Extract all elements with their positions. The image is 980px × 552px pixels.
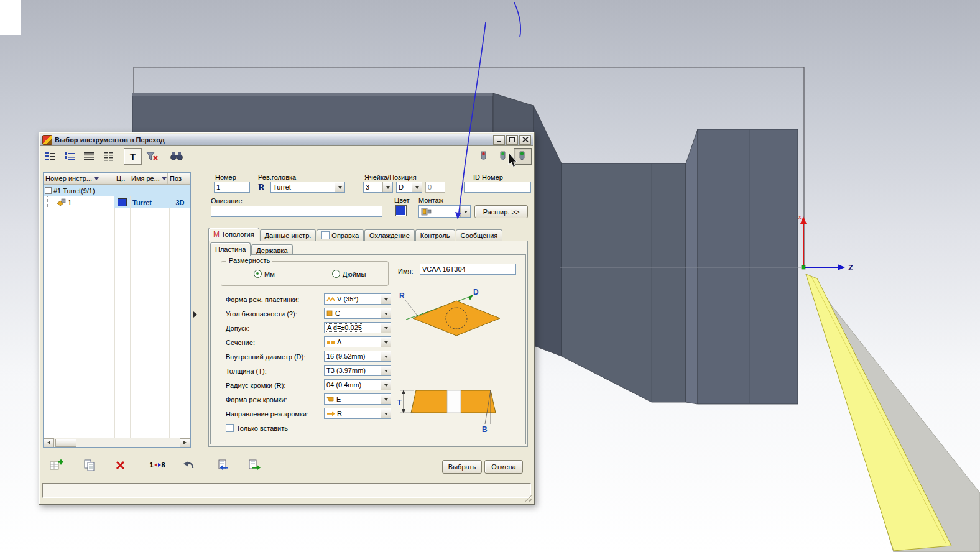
filter-icon[interactable] bbox=[162, 177, 167, 180]
tab-label: Державка bbox=[256, 247, 287, 254]
diagram-d-label: D bbox=[473, 288, 479, 297]
only-insert-box-icon[interactable] bbox=[226, 424, 234, 432]
filter-icon[interactable] bbox=[94, 177, 99, 180]
column-header-number[interactable]: Номер инстр... bbox=[44, 173, 114, 184]
panel-expand-arrow[interactable] bbox=[193, 311, 197, 318]
clearance-angle-select[interactable]: C bbox=[324, 308, 391, 319]
tool-row[interactable]: 1 Turret 3D bbox=[44, 196, 190, 208]
export-tool-button[interactable] bbox=[246, 457, 264, 473]
scroll-left-button[interactable] bbox=[44, 438, 54, 448]
description-field[interactable] bbox=[211, 206, 382, 217]
dropdown-arrow-icon[interactable] bbox=[335, 182, 344, 192]
subtab-insert[interactable]: Пластина bbox=[210, 242, 251, 256]
collapse-icon[interactable] bbox=[45, 187, 52, 194]
dialog-titlebar[interactable]: Выбор инструментов в Переход bbox=[40, 134, 533, 146]
column-header-name[interactable]: Имя ре... bbox=[129, 173, 168, 184]
tool-type-1-button[interactable] bbox=[475, 148, 493, 165]
tolerance-select[interactable]: A d=±0.025 bbox=[324, 322, 391, 333]
horizontal-scrollbar[interactable] bbox=[44, 438, 190, 447]
id-number-field[interactable] bbox=[464, 182, 531, 193]
text-mode-button[interactable]: T bbox=[124, 148, 142, 165]
tab-coolant[interactable]: Охлаждение bbox=[364, 229, 415, 241]
cell-select[interactable]: 3 bbox=[363, 182, 393, 193]
dropdown-arrow-icon[interactable] bbox=[381, 323, 391, 333]
thickness-label: Толщина (Т): bbox=[226, 367, 267, 375]
undo-button[interactable] bbox=[180, 457, 198, 473]
corner-radius-select[interactable]: 04 (0.4mm) bbox=[324, 379, 391, 390]
radio-inches-icon[interactable] bbox=[332, 270, 340, 278]
add-tool-button[interactable] bbox=[48, 457, 67, 473]
insert-diagram: R D T B bbox=[397, 280, 525, 435]
tab-tool-data[interactable]: Данные инстр. bbox=[260, 229, 317, 241]
section-icon bbox=[326, 339, 335, 344]
shape-select[interactable]: V (35°) bbox=[324, 293, 391, 305]
import-tool-button[interactable] bbox=[215, 457, 233, 473]
rev-head-select[interactable]: Turret bbox=[270, 182, 345, 193]
view-compact-button[interactable] bbox=[99, 148, 118, 165]
tab-label: Охлаждение bbox=[369, 232, 410, 239]
dropdown-arrow-icon[interactable] bbox=[381, 308, 391, 318]
tab-messages[interactable]: Сообщения bbox=[456, 229, 503, 241]
tab-label: Топология bbox=[221, 231, 254, 238]
list-view-icon bbox=[45, 151, 57, 161]
insert-name-field[interactable]: VCAA 16T304 bbox=[420, 264, 516, 275]
edge-direction-select[interactable]: R bbox=[324, 408, 391, 419]
thickness-select[interactable]: T3 (3.97mm) bbox=[324, 365, 391, 376]
edge-shape-select[interactable]: E bbox=[324, 393, 391, 405]
add-tool-icon bbox=[50, 459, 65, 471]
mount-select[interactable] bbox=[418, 205, 471, 218]
tab-control[interactable]: Контроль bbox=[415, 229, 455, 241]
cross-section-select[interactable]: A bbox=[324, 336, 391, 347]
dropdown-arrow-icon[interactable] bbox=[381, 351, 391, 361]
radio-inches[interactable]: Дюймы bbox=[332, 270, 366, 278]
search-button[interactable] bbox=[167, 148, 185, 165]
dropdown-arrow-icon[interactable] bbox=[381, 394, 391, 404]
view-details-button[interactable] bbox=[80, 148, 98, 165]
tool-type-2-button[interactable] bbox=[494, 148, 512, 165]
dropdown-arrow-icon[interactable] bbox=[381, 366, 391, 375]
column-label: Номер инстр... bbox=[45, 175, 92, 182]
radio-mm[interactable]: Мм bbox=[254, 270, 275, 278]
scroll-right-button[interactable] bbox=[180, 438, 190, 448]
tool-type-3-button[interactable] bbox=[514, 148, 532, 165]
dropdown-arrow-icon[interactable] bbox=[460, 206, 470, 217]
restore-button[interactable] bbox=[506, 135, 518, 145]
expand-more-button[interactable]: Расшир. >> bbox=[474, 205, 528, 218]
tool-group-row[interactable]: #1 Turret(9/1) bbox=[44, 185, 190, 196]
tool-tree-table[interactable]: Номер инстр... Ц.. Имя ре... Поз #1 Turr… bbox=[43, 172, 191, 448]
only-insert-checkbox[interactable]: Только вставить bbox=[226, 424, 288, 432]
dropdown-arrow-icon[interactable] bbox=[381, 408, 391, 418]
toolbar-right-group bbox=[475, 148, 532, 165]
number-field[interactable]: 1 bbox=[214, 182, 250, 193]
dropdown-arrow-icon[interactable] bbox=[381, 380, 391, 390]
edge-direction-value: R bbox=[337, 410, 342, 417]
minimize-button[interactable] bbox=[493, 135, 505, 145]
inner-diameter-value: 16 (9.52mm) bbox=[326, 352, 365, 360]
topology-pane: Пластина Державка Размерность Мм Дюймы И… bbox=[208, 241, 528, 447]
dropdown-arrow-icon[interactable] bbox=[381, 337, 391, 347]
view-list-1-button[interactable] bbox=[42, 148, 60, 165]
delete-tool-button[interactable] bbox=[111, 457, 130, 473]
cancel-button[interactable]: Отмена bbox=[484, 460, 523, 474]
id-number-label: ID Номер bbox=[473, 173, 503, 181]
tab-holder[interactable]: Оправка bbox=[317, 229, 364, 241]
color-swatch[interactable] bbox=[395, 205, 407, 216]
dropdown-arrow-icon[interactable] bbox=[382, 182, 392, 192]
copy-tool-button[interactable] bbox=[80, 457, 99, 473]
close-button[interactable] bbox=[519, 135, 531, 145]
radio-mm-icon[interactable] bbox=[254, 270, 262, 278]
dropdown-arrow-icon[interactable] bbox=[381, 294, 391, 304]
column-header-pos[interactable]: Поз bbox=[168, 173, 188, 184]
clear-filter-button[interactable] bbox=[143, 148, 161, 165]
holder-checkbox[interactable] bbox=[321, 231, 330, 239]
table-header: Номер инстр... Ц.. Имя ре... Поз bbox=[44, 173, 190, 185]
tab-topology[interactable]: M Топология bbox=[208, 228, 259, 241]
select-button[interactable]: Выбрать bbox=[442, 460, 482, 474]
scrollbar-thumb[interactable] bbox=[55, 439, 76, 447]
inner-diameter-select[interactable]: 16 (9.52mm) bbox=[324, 351, 391, 362]
renumber-tools-button[interactable]: 1 8 bbox=[144, 457, 171, 473]
position-select[interactable]: D bbox=[396, 182, 422, 193]
column-header-color[interactable]: Ц.. bbox=[114, 173, 129, 184]
dropdown-arrow-icon[interactable] bbox=[412, 182, 422, 192]
view-list-2-button[interactable] bbox=[61, 148, 79, 165]
